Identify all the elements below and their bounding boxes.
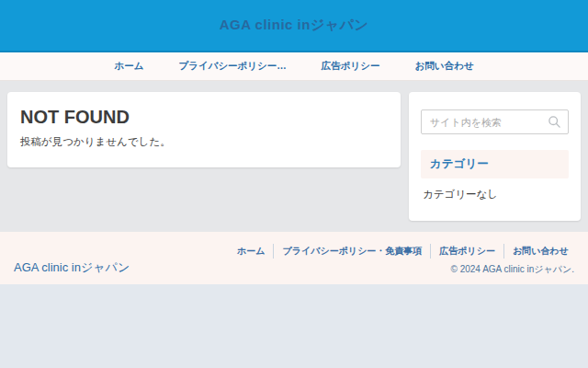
page-bottom-space <box>0 284 588 368</box>
categories-empty-label: カテゴリーなし <box>423 188 569 201</box>
footer-nav: ホーム プライバシーポリシー・免責事項 広告ポリシー お問い合わせ <box>14 244 577 259</box>
top-nav: ホーム プライバシーポリシー… 広告ポリシー お問い合わせ <box>0 52 588 81</box>
nav-item-ad-policy[interactable]: 広告ポリシー <box>304 60 398 73</box>
footer-site-name-link[interactable]: AGA clinic inジャパン <box>14 259 130 276</box>
nav-item-contact[interactable]: お問い合わせ <box>398 60 492 73</box>
site-title-link[interactable]: AGA clinic inジャパン <box>220 17 369 34</box>
search-input[interactable] <box>421 109 569 134</box>
footer-link-ad-policy[interactable]: 広告ポリシー <box>430 244 503 259</box>
site-search <box>421 109 569 134</box>
footer-bottom-row: AGA clinic inジャパン © 2024 AGA clinic inジャ… <box>14 259 577 276</box>
sidebar: カテゴリー カテゴリーなし <box>409 92 581 221</box>
categories-widget-title: カテゴリー <box>421 150 569 178</box>
site-footer: ホーム プライバシーポリシー・免責事項 広告ポリシー お問い合わせ AGA cl… <box>0 232 588 284</box>
page: AGA clinic inジャパン ホーム プライバシーポリシー… 広告ポリシー… <box>0 0 588 368</box>
site-header: AGA clinic inジャパン <box>0 0 588 52</box>
not-found-card: NOT FOUND 投稿が見つかりませんでした。 <box>7 92 401 167</box>
search-icon[interactable] <box>548 115 561 129</box>
footer-link-home[interactable]: ホーム <box>229 244 273 259</box>
footer-link-contact[interactable]: お問い合わせ <box>503 244 577 259</box>
copyright-text: © 2024 AGA clinic inジャパン. <box>451 263 577 276</box>
main-area: NOT FOUND 投稿が見つかりませんでした。 カテゴリー カテゴリーなし <box>0 81 588 232</box>
nav-item-privacy-policy[interactable]: プライバシーポリシー… <box>161 60 303 73</box>
not-found-title: NOT FOUND <box>20 107 388 127</box>
footer-link-privacy-disclaimer[interactable]: プライバシーポリシー・免責事項 <box>273 244 430 259</box>
not-found-message: 投稿が見つかりませんでした。 <box>20 135 388 149</box>
nav-item-home[interactable]: ホーム <box>96 60 161 73</box>
